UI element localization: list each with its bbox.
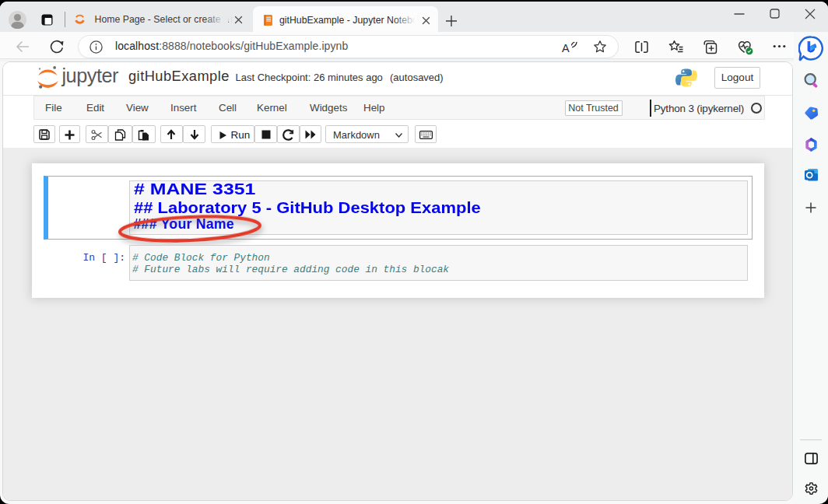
svg-text:A: A [562,42,570,54]
